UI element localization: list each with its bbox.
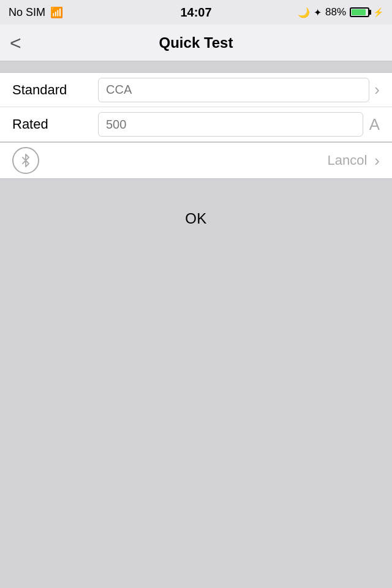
bluetooth-row[interactable]: Lancol › bbox=[0, 142, 392, 179]
standard-input[interactable] bbox=[98, 78, 369, 102]
rated-input-container: A bbox=[98, 112, 380, 137]
bluetooth-status-icon: ✦ bbox=[314, 7, 322, 18]
standard-input-container: › bbox=[98, 78, 380, 102]
wifi-icon: 📶 bbox=[50, 6, 63, 19]
form-group: Standard › Rated A bbox=[0, 72, 392, 142]
status-time: 14:07 bbox=[180, 6, 211, 20]
content-area: Standard › Rated A Lancol › bbox=[0, 61, 392, 258]
rated-input[interactable] bbox=[98, 112, 363, 137]
bluetooth-device: Lancol › bbox=[327, 151, 380, 170]
ok-section: OK bbox=[0, 179, 392, 258]
carrier-label: No SIM bbox=[9, 6, 45, 19]
battery-fill bbox=[352, 9, 366, 15]
standard-row: Standard › bbox=[0, 73, 392, 107]
rated-label: Rated bbox=[12, 116, 98, 132]
nav-bar: < Quick Test bbox=[0, 24, 392, 61]
status-left: No SIM 📶 bbox=[9, 6, 63, 19]
charging-icon: ⚡ bbox=[373, 7, 383, 17]
battery-percent: 88% bbox=[325, 6, 346, 18]
bluetooth-device-name: Lancol bbox=[327, 153, 367, 168]
status-bar: No SIM 📶 14:07 🌙 ✦ 88% ⚡ bbox=[0, 0, 392, 24]
rated-row: Rated A bbox=[0, 107, 392, 141]
top-gap bbox=[0, 61, 392, 72]
status-right: 🌙 ✦ 88% ⚡ bbox=[298, 6, 383, 18]
standard-chevron-icon: › bbox=[374, 80, 380, 99]
standard-label: Standard bbox=[12, 82, 98, 98]
battery-bar bbox=[350, 7, 369, 17]
bluetooth-icon bbox=[12, 147, 39, 174]
rated-unit-label: A bbox=[369, 115, 380, 134]
bluetooth-chevron-icon: › bbox=[374, 151, 380, 170]
page-title: Quick Test bbox=[159, 34, 233, 51]
battery-indicator bbox=[350, 7, 369, 17]
moon-icon: 🌙 bbox=[298, 7, 310, 18]
back-button[interactable]: < bbox=[10, 33, 21, 53]
ok-button[interactable]: OK bbox=[31, 197, 361, 240]
